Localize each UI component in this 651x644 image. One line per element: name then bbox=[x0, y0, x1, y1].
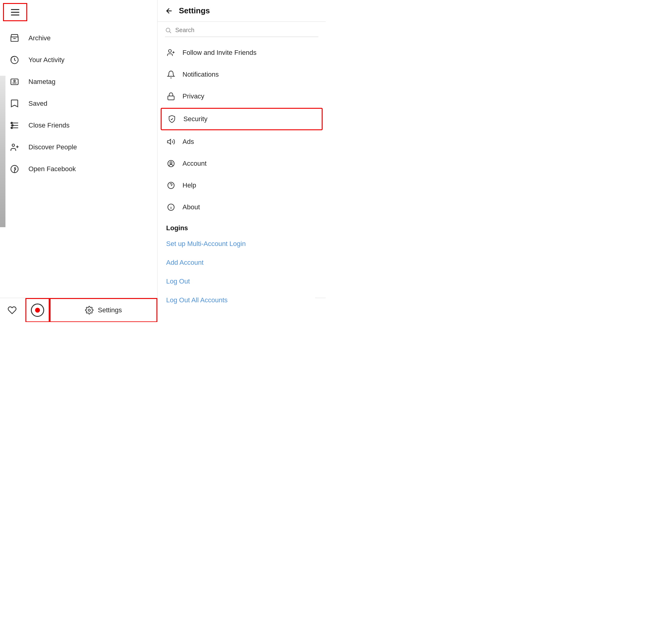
account-icon bbox=[166, 159, 176, 169]
saved-label: Saved bbox=[28, 100, 47, 108]
account-label: Account bbox=[183, 159, 207, 168]
logins-section-label: Logins bbox=[158, 218, 326, 234]
settings-list: Follow and Invite Friends Notifications … bbox=[158, 42, 326, 310]
close-friends-label: Close Friends bbox=[28, 121, 70, 129]
settings-item-notifications[interactable]: Notifications bbox=[158, 64, 326, 85]
menu-items-list: Archive Your Activity Nam bbox=[0, 24, 157, 322]
lock-icon bbox=[166, 91, 176, 101]
settings-item-privacy[interactable]: Privacy bbox=[158, 85, 326, 107]
bottom-bar-left: Settings bbox=[0, 298, 157, 322]
camera-circle-icon bbox=[31, 303, 44, 317]
back-button[interactable] bbox=[165, 7, 174, 15]
menu-item-nametag[interactable]: Nametag bbox=[0, 71, 157, 93]
settings-item-follow[interactable]: Follow and Invite Friends bbox=[158, 42, 326, 64]
svg-marker-24 bbox=[167, 139, 171, 144]
facebook-icon bbox=[9, 164, 20, 174]
svg-point-26 bbox=[170, 162, 172, 164]
heart-button[interactable] bbox=[0, 298, 24, 322]
search-bar bbox=[165, 27, 318, 37]
svg-point-20 bbox=[168, 50, 171, 52]
archive-icon bbox=[9, 33, 20, 43]
photo-strip bbox=[0, 76, 5, 227]
info-icon bbox=[166, 202, 176, 212]
settings-item-ads[interactable]: Ads bbox=[158, 131, 326, 153]
nametag-label: Nametag bbox=[28, 78, 55, 86]
bell-icon bbox=[166, 70, 176, 79]
settings-item-help[interactable]: Help bbox=[158, 174, 326, 196]
shield-icon bbox=[167, 114, 177, 124]
help-label: Help bbox=[183, 181, 196, 189]
settings-item-about[interactable]: About bbox=[158, 196, 326, 218]
svg-point-9 bbox=[11, 122, 12, 124]
saved-icon bbox=[9, 98, 20, 109]
your-activity-label: Your Activity bbox=[28, 56, 64, 64]
hamburger-icon bbox=[11, 9, 19, 16]
menu-item-discover-people[interactable]: Discover People bbox=[0, 136, 157, 158]
activity-icon bbox=[9, 55, 20, 65]
search-icon bbox=[165, 27, 172, 34]
follow-icon bbox=[166, 48, 176, 58]
logout-all-accounts-link[interactable]: Log Out All Accounts bbox=[158, 291, 326, 310]
multi-account-login-link[interactable]: Set up Multi-Account Login bbox=[158, 234, 326, 253]
search-input[interactable] bbox=[175, 27, 318, 34]
settings-header: Settings bbox=[158, 0, 326, 22]
bottom-nav-right bbox=[315, 298, 326, 322]
security-label: Security bbox=[183, 115, 207, 123]
close-friends-icon bbox=[9, 120, 20, 131]
svg-point-18 bbox=[166, 28, 170, 32]
settings-item-security[interactable]: Security bbox=[161, 108, 322, 130]
settings-panel: Settings Follow and Invite Friends bbox=[157, 0, 326, 322]
hamburger-button[interactable] bbox=[3, 3, 27, 21]
settings-item-account[interactable]: Account bbox=[158, 153, 326, 174]
menu-item-open-facebook[interactable]: Open Facebook bbox=[0, 158, 157, 180]
left-menu-panel: Archive Your Activity Nam bbox=[0, 0, 157, 322]
home-nav-icon[interactable] bbox=[324, 303, 326, 318]
menu-item-saved[interactable]: Saved bbox=[0, 93, 157, 115]
logout-link[interactable]: Log Out bbox=[158, 272, 326, 291]
discover-people-icon bbox=[9, 142, 20, 153]
settings-bottom-button[interactable]: Settings bbox=[50, 298, 157, 322]
svg-line-19 bbox=[169, 31, 171, 33]
nametag-icon bbox=[9, 76, 20, 87]
svg-rect-23 bbox=[168, 96, 174, 100]
add-account-link[interactable]: Add Account bbox=[158, 253, 326, 272]
svg-point-4 bbox=[13, 80, 15, 82]
svg-point-12 bbox=[12, 144, 14, 146]
settings-title: Settings bbox=[179, 6, 210, 16]
privacy-label: Privacy bbox=[183, 92, 204, 100]
help-icon bbox=[166, 180, 176, 190]
settings-bottom-label: Settings bbox=[98, 306, 122, 314]
menu-item-close-friends[interactable]: Close Friends bbox=[0, 115, 157, 136]
notifications-label: Notifications bbox=[183, 70, 219, 79]
about-label: About bbox=[183, 203, 200, 211]
archive-label: Archive bbox=[28, 34, 51, 42]
svg-point-16 bbox=[88, 309, 91, 311]
svg-point-25 bbox=[168, 160, 174, 167]
svg-point-11 bbox=[11, 127, 12, 128]
menu-item-archive[interactable]: Archive bbox=[0, 27, 157, 49]
follow-label: Follow and Invite Friends bbox=[183, 49, 257, 57]
discover-people-label: Discover People bbox=[28, 143, 77, 151]
menu-item-your-activity[interactable]: Your Activity bbox=[0, 49, 157, 71]
svg-point-10 bbox=[12, 124, 13, 126]
ads-icon bbox=[166, 137, 176, 147]
svg-point-27 bbox=[168, 182, 174, 189]
ads-label: Ads bbox=[183, 138, 194, 146]
open-facebook-label: Open Facebook bbox=[28, 165, 76, 173]
camera-button[interactable] bbox=[25, 298, 50, 322]
